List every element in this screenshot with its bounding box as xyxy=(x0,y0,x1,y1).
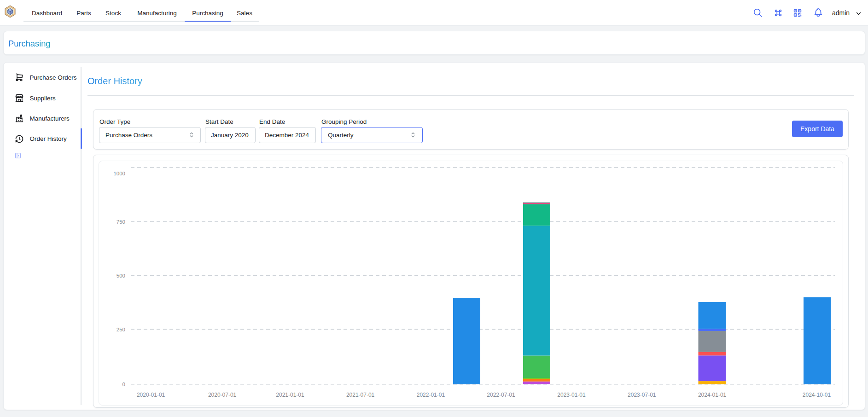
svg-text:2022-07-01: 2022-07-01 xyxy=(487,392,515,398)
svg-text:250: 250 xyxy=(117,327,125,332)
svg-text:2023-07-01: 2023-07-01 xyxy=(628,392,656,398)
svg-text:2021-07-01: 2021-07-01 xyxy=(346,392,375,398)
svg-text:750: 750 xyxy=(117,219,125,225)
svg-text:2024-10-01: 2024-10-01 xyxy=(803,392,831,398)
svg-text:1000: 1000 xyxy=(113,171,125,176)
svg-text:2024-01-01: 2024-01-01 xyxy=(698,392,727,398)
svg-text:500: 500 xyxy=(117,273,125,278)
svg-text:2023-01-01: 2023-01-01 xyxy=(557,392,586,398)
svg-text:2020-07-01: 2020-07-01 xyxy=(208,392,237,398)
svg-text:2022-01-01: 2022-01-01 xyxy=(417,392,445,398)
svg-text:2021-01-01: 2021-01-01 xyxy=(276,392,304,398)
svg-text:0: 0 xyxy=(122,382,125,387)
svg-text:2020-01-01: 2020-01-01 xyxy=(137,392,165,398)
